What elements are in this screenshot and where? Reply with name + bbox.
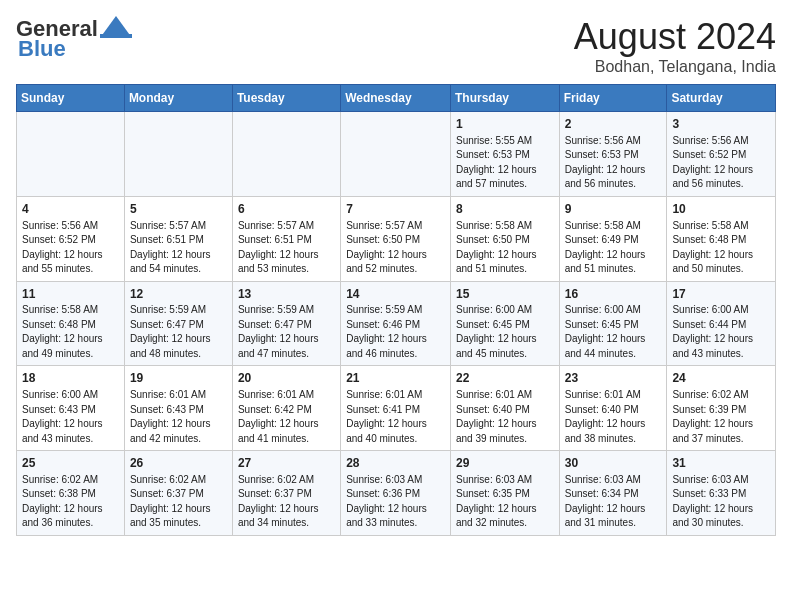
weekday-header-wednesday: Wednesday (341, 85, 451, 112)
day-info: Sunrise: 6:03 AM Sunset: 6:36 PM Dayligh… (346, 473, 445, 531)
calendar-cell: 13Sunrise: 5:59 AM Sunset: 6:47 PM Dayli… (232, 281, 340, 366)
svg-rect-1 (100, 34, 132, 38)
day-info: Sunrise: 6:01 AM Sunset: 6:41 PM Dayligh… (346, 388, 445, 446)
day-info: Sunrise: 5:59 AM Sunset: 6:46 PM Dayligh… (346, 303, 445, 361)
day-info: Sunrise: 6:00 AM Sunset: 6:43 PM Dayligh… (22, 388, 119, 446)
day-info: Sunrise: 6:02 AM Sunset: 6:39 PM Dayligh… (672, 388, 770, 446)
calendar-cell: 10Sunrise: 5:58 AM Sunset: 6:48 PM Dayli… (667, 196, 776, 281)
day-info: Sunrise: 5:58 AM Sunset: 6:48 PM Dayligh… (672, 219, 770, 277)
day-number: 8 (456, 201, 554, 218)
day-number: 3 (672, 116, 770, 133)
day-number: 6 (238, 201, 335, 218)
day-number: 16 (565, 286, 662, 303)
day-info: Sunrise: 6:01 AM Sunset: 6:43 PM Dayligh… (130, 388, 227, 446)
day-number: 1 (456, 116, 554, 133)
day-info: Sunrise: 5:57 AM Sunset: 6:51 PM Dayligh… (238, 219, 335, 277)
weekday-header-thursday: Thursday (450, 85, 559, 112)
calendar-cell: 24Sunrise: 6:02 AM Sunset: 6:39 PM Dayli… (667, 366, 776, 451)
calendar-cell: 22Sunrise: 6:01 AM Sunset: 6:40 PM Dayli… (450, 366, 559, 451)
day-number: 15 (456, 286, 554, 303)
calendar-cell: 17Sunrise: 6:00 AM Sunset: 6:44 PM Dayli… (667, 281, 776, 366)
calendar-cell: 3Sunrise: 5:56 AM Sunset: 6:52 PM Daylig… (667, 112, 776, 197)
day-info: Sunrise: 6:02 AM Sunset: 6:37 PM Dayligh… (238, 473, 335, 531)
logo: General Blue (16, 16, 132, 62)
calendar-header-row: SundayMondayTuesdayWednesdayThursdayFrid… (17, 85, 776, 112)
day-info: Sunrise: 6:01 AM Sunset: 6:40 PM Dayligh… (565, 388, 662, 446)
day-number: 14 (346, 286, 445, 303)
day-number: 9 (565, 201, 662, 218)
calendar-table: SundayMondayTuesdayWednesdayThursdayFrid… (16, 84, 776, 536)
day-number: 10 (672, 201, 770, 218)
page-subtitle: Bodhan, Telangana, India (574, 58, 776, 76)
day-info: Sunrise: 6:00 AM Sunset: 6:45 PM Dayligh… (456, 303, 554, 361)
day-info: Sunrise: 6:00 AM Sunset: 6:44 PM Dayligh… (672, 303, 770, 361)
calendar-cell: 25Sunrise: 6:02 AM Sunset: 6:38 PM Dayli… (17, 451, 125, 536)
calendar-cell: 31Sunrise: 6:03 AM Sunset: 6:33 PM Dayli… (667, 451, 776, 536)
day-number: 29 (456, 455, 554, 472)
day-number: 22 (456, 370, 554, 387)
calendar-week-3: 11Sunrise: 5:58 AM Sunset: 6:48 PM Dayli… (17, 281, 776, 366)
day-info: Sunrise: 6:03 AM Sunset: 6:35 PM Dayligh… (456, 473, 554, 531)
page-header: General Blue August 2024 Bodhan, Telanga… (16, 16, 776, 76)
day-info: Sunrise: 5:56 AM Sunset: 6:52 PM Dayligh… (22, 219, 119, 277)
calendar-cell: 14Sunrise: 5:59 AM Sunset: 6:46 PM Dayli… (341, 281, 451, 366)
day-number: 5 (130, 201, 227, 218)
weekday-header-saturday: Saturday (667, 85, 776, 112)
day-number: 2 (565, 116, 662, 133)
day-info: Sunrise: 6:00 AM Sunset: 6:45 PM Dayligh… (565, 303, 662, 361)
calendar-cell: 12Sunrise: 5:59 AM Sunset: 6:47 PM Dayli… (124, 281, 232, 366)
calendar-cell (341, 112, 451, 197)
day-number: 20 (238, 370, 335, 387)
calendar-cell: 29Sunrise: 6:03 AM Sunset: 6:35 PM Dayli… (450, 451, 559, 536)
calendar-cell: 9Sunrise: 5:58 AM Sunset: 6:49 PM Daylig… (559, 196, 667, 281)
day-info: Sunrise: 5:58 AM Sunset: 6:48 PM Dayligh… (22, 303, 119, 361)
calendar-cell: 28Sunrise: 6:03 AM Sunset: 6:36 PM Dayli… (341, 451, 451, 536)
calendar-week-4: 18Sunrise: 6:00 AM Sunset: 6:43 PM Dayli… (17, 366, 776, 451)
day-number: 23 (565, 370, 662, 387)
calendar-cell (17, 112, 125, 197)
day-number: 28 (346, 455, 445, 472)
day-number: 19 (130, 370, 227, 387)
calendar-cell: 21Sunrise: 6:01 AM Sunset: 6:41 PM Dayli… (341, 366, 451, 451)
calendar-week-5: 25Sunrise: 6:02 AM Sunset: 6:38 PM Dayli… (17, 451, 776, 536)
day-number: 27 (238, 455, 335, 472)
day-number: 11 (22, 286, 119, 303)
day-info: Sunrise: 6:03 AM Sunset: 6:34 PM Dayligh… (565, 473, 662, 531)
day-info: Sunrise: 5:57 AM Sunset: 6:51 PM Dayligh… (130, 219, 227, 277)
day-info: Sunrise: 5:56 AM Sunset: 6:52 PM Dayligh… (672, 134, 770, 192)
calendar-cell: 19Sunrise: 6:01 AM Sunset: 6:43 PM Dayli… (124, 366, 232, 451)
calendar-cell: 1Sunrise: 5:55 AM Sunset: 6:53 PM Daylig… (450, 112, 559, 197)
calendar-cell: 8Sunrise: 5:58 AM Sunset: 6:50 PM Daylig… (450, 196, 559, 281)
day-number: 17 (672, 286, 770, 303)
day-info: Sunrise: 6:03 AM Sunset: 6:33 PM Dayligh… (672, 473, 770, 531)
title-block: August 2024 Bodhan, Telangana, India (574, 16, 776, 76)
calendar-cell (124, 112, 232, 197)
weekday-header-tuesday: Tuesday (232, 85, 340, 112)
calendar-cell: 7Sunrise: 5:57 AM Sunset: 6:50 PM Daylig… (341, 196, 451, 281)
calendar-cell: 6Sunrise: 5:57 AM Sunset: 6:51 PM Daylig… (232, 196, 340, 281)
day-number: 25 (22, 455, 119, 472)
day-number: 21 (346, 370, 445, 387)
calendar-cell: 18Sunrise: 6:00 AM Sunset: 6:43 PM Dayli… (17, 366, 125, 451)
calendar-cell: 5Sunrise: 5:57 AM Sunset: 6:51 PM Daylig… (124, 196, 232, 281)
weekday-header-friday: Friday (559, 85, 667, 112)
calendar-cell: 2Sunrise: 5:56 AM Sunset: 6:53 PM Daylig… (559, 112, 667, 197)
weekday-header-sunday: Sunday (17, 85, 125, 112)
weekday-header-monday: Monday (124, 85, 232, 112)
calendar-cell: 15Sunrise: 6:00 AM Sunset: 6:45 PM Dayli… (450, 281, 559, 366)
calendar-week-1: 1Sunrise: 5:55 AM Sunset: 6:53 PM Daylig… (17, 112, 776, 197)
page-title: August 2024 (574, 16, 776, 58)
logo-icon (100, 16, 132, 38)
calendar-cell: 11Sunrise: 5:58 AM Sunset: 6:48 PM Dayli… (17, 281, 125, 366)
day-info: Sunrise: 5:59 AM Sunset: 6:47 PM Dayligh… (238, 303, 335, 361)
calendar-cell: 23Sunrise: 6:01 AM Sunset: 6:40 PM Dayli… (559, 366, 667, 451)
calendar-cell: 20Sunrise: 6:01 AM Sunset: 6:42 PM Dayli… (232, 366, 340, 451)
day-info: Sunrise: 6:02 AM Sunset: 6:37 PM Dayligh… (130, 473, 227, 531)
day-number: 7 (346, 201, 445, 218)
day-number: 4 (22, 201, 119, 218)
day-info: Sunrise: 6:02 AM Sunset: 6:38 PM Dayligh… (22, 473, 119, 531)
day-info: Sunrise: 5:57 AM Sunset: 6:50 PM Dayligh… (346, 219, 445, 277)
day-info: Sunrise: 5:58 AM Sunset: 6:49 PM Dayligh… (565, 219, 662, 277)
day-info: Sunrise: 6:01 AM Sunset: 6:40 PM Dayligh… (456, 388, 554, 446)
day-number: 13 (238, 286, 335, 303)
